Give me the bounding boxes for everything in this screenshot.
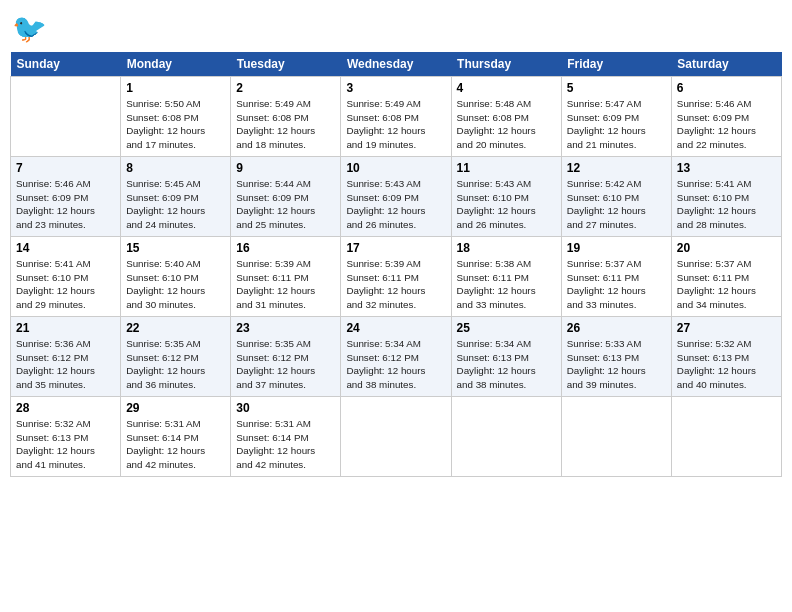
day-number: 24 [346, 321, 445, 335]
day-info: Sunrise: 5:46 AM Sunset: 6:09 PM Dayligh… [16, 177, 115, 232]
day-number: 26 [567, 321, 666, 335]
calendar-cell: 22Sunrise: 5:35 AM Sunset: 6:12 PM Dayli… [121, 317, 231, 397]
calendar-cell: 20Sunrise: 5:37 AM Sunset: 6:11 PM Dayli… [671, 237, 781, 317]
day-info: Sunrise: 5:31 AM Sunset: 6:14 PM Dayligh… [126, 417, 225, 472]
day-info: Sunrise: 5:37 AM Sunset: 6:11 PM Dayligh… [677, 257, 776, 312]
day-info: Sunrise: 5:32 AM Sunset: 6:13 PM Dayligh… [677, 337, 776, 392]
calendar-cell: 21Sunrise: 5:36 AM Sunset: 6:12 PM Dayli… [11, 317, 121, 397]
calendar-cell [451, 397, 561, 477]
calendar-cell: 8Sunrise: 5:45 AM Sunset: 6:09 PM Daylig… [121, 157, 231, 237]
calendar-week-row: 21Sunrise: 5:36 AM Sunset: 6:12 PM Dayli… [11, 317, 782, 397]
day-info: Sunrise: 5:34 AM Sunset: 6:13 PM Dayligh… [457, 337, 556, 392]
calendar-cell: 9Sunrise: 5:44 AM Sunset: 6:09 PM Daylig… [231, 157, 341, 237]
day-info: Sunrise: 5:36 AM Sunset: 6:12 PM Dayligh… [16, 337, 115, 392]
day-info: Sunrise: 5:41 AM Sunset: 6:10 PM Dayligh… [677, 177, 776, 232]
day-number: 16 [236, 241, 335, 255]
calendar-body: 1Sunrise: 5:50 AM Sunset: 6:08 PM Daylig… [11, 77, 782, 477]
day-info: Sunrise: 5:42 AM Sunset: 6:10 PM Dayligh… [567, 177, 666, 232]
day-number: 7 [16, 161, 115, 175]
day-info: Sunrise: 5:40 AM Sunset: 6:10 PM Dayligh… [126, 257, 225, 312]
svg-text:🐦: 🐦 [12, 12, 46, 45]
calendar-cell: 14Sunrise: 5:41 AM Sunset: 6:10 PM Dayli… [11, 237, 121, 317]
calendar-cell: 5Sunrise: 5:47 AM Sunset: 6:09 PM Daylig… [561, 77, 671, 157]
day-info: Sunrise: 5:46 AM Sunset: 6:09 PM Dayligh… [677, 97, 776, 152]
day-number: 22 [126, 321, 225, 335]
calendar-cell: 26Sunrise: 5:33 AM Sunset: 6:13 PM Dayli… [561, 317, 671, 397]
weekday-header-thursday: Thursday [451, 52, 561, 77]
calendar-cell: 16Sunrise: 5:39 AM Sunset: 6:11 PM Dayli… [231, 237, 341, 317]
calendar-cell: 3Sunrise: 5:49 AM Sunset: 6:08 PM Daylig… [341, 77, 451, 157]
day-number: 6 [677, 81, 776, 95]
calendar-cell: 19Sunrise: 5:37 AM Sunset: 6:11 PM Dayli… [561, 237, 671, 317]
calendar-cell [341, 397, 451, 477]
calendar-cell: 18Sunrise: 5:38 AM Sunset: 6:11 PM Dayli… [451, 237, 561, 317]
day-info: Sunrise: 5:50 AM Sunset: 6:08 PM Dayligh… [126, 97, 225, 152]
calendar-cell: 10Sunrise: 5:43 AM Sunset: 6:09 PM Dayli… [341, 157, 451, 237]
calendar-cell: 6Sunrise: 5:46 AM Sunset: 6:09 PM Daylig… [671, 77, 781, 157]
calendar-cell: 24Sunrise: 5:34 AM Sunset: 6:12 PM Dayli… [341, 317, 451, 397]
calendar-cell: 29Sunrise: 5:31 AM Sunset: 6:14 PM Dayli… [121, 397, 231, 477]
weekday-header-row: SundayMondayTuesdayWednesdayThursdayFrid… [11, 52, 782, 77]
calendar-cell: 12Sunrise: 5:42 AM Sunset: 6:10 PM Dayli… [561, 157, 671, 237]
day-number: 9 [236, 161, 335, 175]
calendar-cell: 2Sunrise: 5:49 AM Sunset: 6:08 PM Daylig… [231, 77, 341, 157]
weekday-header-saturday: Saturday [671, 52, 781, 77]
calendar-week-row: 28Sunrise: 5:32 AM Sunset: 6:13 PM Dayli… [11, 397, 782, 477]
calendar-cell [11, 77, 121, 157]
day-number: 20 [677, 241, 776, 255]
day-number: 3 [346, 81, 445, 95]
logo-icon: 🐦 [10, 10, 46, 46]
day-number: 18 [457, 241, 556, 255]
day-info: Sunrise: 5:35 AM Sunset: 6:12 PM Dayligh… [126, 337, 225, 392]
day-number: 11 [457, 161, 556, 175]
day-number: 5 [567, 81, 666, 95]
weekday-header-monday: Monday [121, 52, 231, 77]
day-number: 19 [567, 241, 666, 255]
calendar-cell: 11Sunrise: 5:43 AM Sunset: 6:10 PM Dayli… [451, 157, 561, 237]
day-info: Sunrise: 5:47 AM Sunset: 6:09 PM Dayligh… [567, 97, 666, 152]
calendar-week-row: 14Sunrise: 5:41 AM Sunset: 6:10 PM Dayli… [11, 237, 782, 317]
calendar-week-row: 1Sunrise: 5:50 AM Sunset: 6:08 PM Daylig… [11, 77, 782, 157]
day-info: Sunrise: 5:39 AM Sunset: 6:11 PM Dayligh… [346, 257, 445, 312]
day-info: Sunrise: 5:48 AM Sunset: 6:08 PM Dayligh… [457, 97, 556, 152]
calendar-cell: 23Sunrise: 5:35 AM Sunset: 6:12 PM Dayli… [231, 317, 341, 397]
day-number: 12 [567, 161, 666, 175]
day-info: Sunrise: 5:34 AM Sunset: 6:12 PM Dayligh… [346, 337, 445, 392]
day-number: 1 [126, 81, 225, 95]
day-info: Sunrise: 5:33 AM Sunset: 6:13 PM Dayligh… [567, 337, 666, 392]
calendar-cell: 13Sunrise: 5:41 AM Sunset: 6:10 PM Dayli… [671, 157, 781, 237]
day-info: Sunrise: 5:45 AM Sunset: 6:09 PM Dayligh… [126, 177, 225, 232]
page-header: 🐦 [10, 10, 782, 46]
day-info: Sunrise: 5:35 AM Sunset: 6:12 PM Dayligh… [236, 337, 335, 392]
day-number: 15 [126, 241, 225, 255]
day-number: 30 [236, 401, 335, 415]
calendar-cell [671, 397, 781, 477]
weekday-header-friday: Friday [561, 52, 671, 77]
calendar-cell: 1Sunrise: 5:50 AM Sunset: 6:08 PM Daylig… [121, 77, 231, 157]
day-number: 28 [16, 401, 115, 415]
day-info: Sunrise: 5:39 AM Sunset: 6:11 PM Dayligh… [236, 257, 335, 312]
calendar-cell: 27Sunrise: 5:32 AM Sunset: 6:13 PM Dayli… [671, 317, 781, 397]
day-info: Sunrise: 5:38 AM Sunset: 6:11 PM Dayligh… [457, 257, 556, 312]
calendar-cell: 30Sunrise: 5:31 AM Sunset: 6:14 PM Dayli… [231, 397, 341, 477]
day-info: Sunrise: 5:32 AM Sunset: 6:13 PM Dayligh… [16, 417, 115, 472]
day-number: 14 [16, 241, 115, 255]
calendar-cell: 7Sunrise: 5:46 AM Sunset: 6:09 PM Daylig… [11, 157, 121, 237]
day-number: 23 [236, 321, 335, 335]
day-info: Sunrise: 5:43 AM Sunset: 6:09 PM Dayligh… [346, 177, 445, 232]
day-info: Sunrise: 5:44 AM Sunset: 6:09 PM Dayligh… [236, 177, 335, 232]
day-number: 2 [236, 81, 335, 95]
day-info: Sunrise: 5:49 AM Sunset: 6:08 PM Dayligh… [346, 97, 445, 152]
calendar-cell: 28Sunrise: 5:32 AM Sunset: 6:13 PM Dayli… [11, 397, 121, 477]
day-number: 4 [457, 81, 556, 95]
day-number: 21 [16, 321, 115, 335]
day-info: Sunrise: 5:49 AM Sunset: 6:08 PM Dayligh… [236, 97, 335, 152]
weekday-header-wednesday: Wednesday [341, 52, 451, 77]
logo: 🐦 [10, 10, 50, 46]
day-number: 29 [126, 401, 225, 415]
day-info: Sunrise: 5:31 AM Sunset: 6:14 PM Dayligh… [236, 417, 335, 472]
day-number: 17 [346, 241, 445, 255]
calendar-cell: 15Sunrise: 5:40 AM Sunset: 6:10 PM Dayli… [121, 237, 231, 317]
calendar-cell: 17Sunrise: 5:39 AM Sunset: 6:11 PM Dayli… [341, 237, 451, 317]
weekday-header-sunday: Sunday [11, 52, 121, 77]
